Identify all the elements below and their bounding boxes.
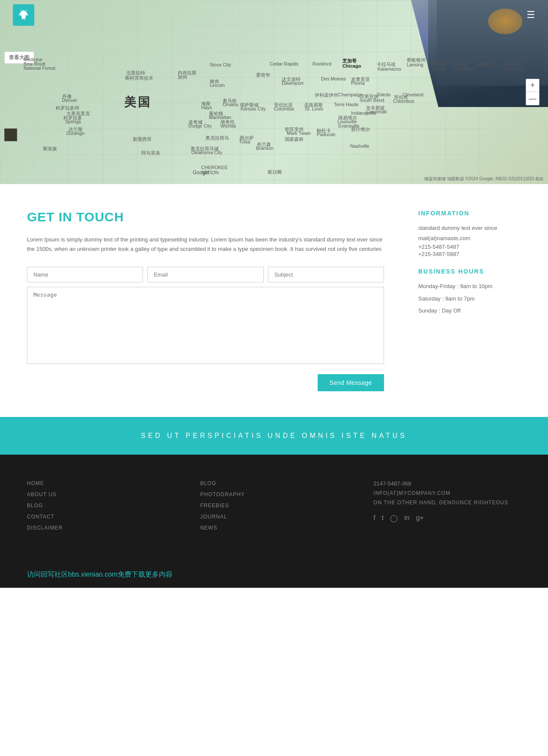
info-email: mail(at)namaste.com (418, 235, 521, 241)
banner-section: SED UT PERSPICIATIS UNDE OMNIS ISTE NATU… (0, 417, 548, 455)
social-linkedin-icon[interactable]: in (404, 514, 409, 522)
footer: HOME ABOUT US BLOG CONTACT DISCLAIMER BL… (0, 455, 548, 566)
watermark-bar: 访问回写社区bbs.xieniao.com免费下载更多内容 (0, 566, 548, 588)
footer-link-disclaimer[interactable]: DISCLAIMER (27, 525, 175, 531)
info-section: INFORMATION standard dummy text ever sin… (418, 210, 521, 391)
svg-line-7 (24, 18, 25, 20)
footer-col-2: BLOG PHOTOGRAPHY FREEBIES JOURNAL NEWS (200, 480, 348, 536)
menu-icon[interactable]: ☰ (527, 9, 535, 21)
footer-link-journal[interactable]: JOURNAL (200, 514, 348, 520)
social-facebook-icon[interactable]: f (373, 514, 375, 522)
footer-link-freebies[interactable]: FREEBIES (200, 503, 348, 509)
footer-link-about[interactable]: ABOUT US (27, 491, 175, 497)
watermark-text: 访问回写社区bbs.xieniao.com免费下载更多内容 (27, 571, 173, 578)
subject-input[interactable] (268, 267, 384, 283)
footer-grid: HOME ABOUT US BLOG CONTACT DISCLAIMER BL… (27, 480, 521, 536)
svg-point-1 (22, 11, 25, 13)
info-tagline: standard dummy text ever since (418, 223, 521, 233)
social-gplus-icon[interactable]: g+ (416, 514, 424, 522)
view-larger-button[interactable]: 查看大图 (4, 51, 34, 64)
email-input[interactable] (147, 267, 263, 283)
hours-mon-fri: Monday-Friday : 9am to 10pm (418, 281, 521, 291)
svg-line-6 (22, 18, 23, 20)
footer-link-blog2[interactable]: BLOG (200, 480, 348, 486)
google-logo: Google (193, 170, 209, 176)
footer-link-home[interactable]: HOME (27, 480, 175, 486)
map-country-label: 美国 (124, 94, 152, 110)
get-in-touch-title: GET IN TOUCH (27, 210, 384, 224)
main-content: GET IN TOUCH Lorem Ipsum is simply dummy… (0, 184, 548, 417)
header: ☰ (0, 0, 548, 30)
logo[interactable] (13, 4, 34, 26)
hours-sun: Sunday : Day Off (418, 306, 521, 315)
name-input[interactable] (27, 267, 143, 283)
svg-line-5 (26, 10, 27, 11)
footer-link-photography[interactable]: PHOTOGRAPHY (200, 491, 348, 497)
footer-col-1: HOME ABOUT US BLOG CONTACT DISCLAIMER (27, 480, 175, 536)
intro-text: Lorem Ipsum is simply dummy text of the … (27, 235, 384, 254)
information-heading: INFORMATION (418, 210, 521, 217)
footer-slogan: ON THE OTHER HAND, DENOUNCE RIGHTEOUS (373, 500, 521, 506)
deer-logo-icon (17, 9, 30, 21)
social-twitter-icon[interactable]: t (382, 514, 384, 522)
message-textarea[interactable] (27, 287, 384, 364)
map-attribution: 键盘快捷键 地图数据 ©2024 Google, INEGI GS(2011)0… (424, 176, 544, 182)
info-phone2: +215-3487-5887 (418, 251, 521, 257)
social-icons: f t ◯ in g+ (373, 514, 521, 522)
footer-link-blog[interactable]: BLOG (27, 503, 175, 509)
business-hours-heading: BUSINESS HOURS (418, 268, 521, 275)
hours-sat: Saturday : 9am to 7pm (418, 294, 521, 304)
form-row-top (27, 267, 384, 283)
footer-email: INFO(AT)MYCOMPANY.COM (373, 490, 521, 496)
info-phone1: +215-5487-5487 (418, 244, 521, 250)
zoom-out-button[interactable]: — (526, 92, 539, 105)
social-github-icon[interactable]: ◯ (390, 514, 398, 522)
footer-col-3: 2147-5487-368 INFO(AT)MYCOMPANY.COM ON T… (373, 480, 521, 536)
banner-text: SED UT PERSPICIATIS UNDE OMNIS ISTE NATU… (15, 432, 533, 440)
svg-line-3 (21, 10, 21, 11)
footer-phone: 2147-5487-368 (373, 480, 521, 487)
zoom-in-button[interactable]: + (526, 79, 539, 92)
zoom-controls: + — (526, 79, 539, 105)
footer-link-news[interactable]: NEWS (200, 525, 348, 531)
footer-link-contact[interactable]: CONTACT (27, 514, 175, 520)
texture-square (4, 128, 17, 141)
send-message-button[interactable]: Send Message (318, 374, 384, 391)
contact-form-section: GET IN TOUCH Lorem Ipsum is simply dummy… (27, 210, 384, 391)
